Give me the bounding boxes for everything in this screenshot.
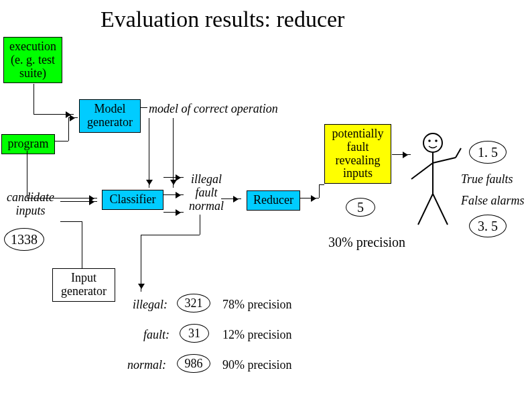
svg-point-1 bbox=[428, 139, 431, 142]
candidate-inputs-label: candidate inputs bbox=[7, 191, 54, 218]
classifier-box: Classifier bbox=[102, 190, 163, 210]
arrow bbox=[163, 212, 184, 213]
precision-label: 30% precision bbox=[328, 235, 405, 249]
connector bbox=[60, 221, 82, 222]
connector bbox=[141, 235, 200, 235]
svg-line-4 bbox=[411, 163, 433, 179]
true-faults-count-ellipse: 1. 5 bbox=[469, 141, 507, 164]
input-generator-box: Input generator bbox=[52, 268, 115, 302]
candidate-count-ellipse: 1338 bbox=[4, 228, 44, 251]
false-alarms-label: False alarms bbox=[461, 194, 525, 208]
arrow bbox=[163, 177, 184, 178]
svg-line-5 bbox=[433, 158, 456, 163]
stick-figure-icon bbox=[409, 131, 464, 231]
row-illegal-precision: 78% precision bbox=[222, 298, 291, 312]
connector bbox=[27, 151, 27, 198]
connector bbox=[82, 221, 82, 268]
arrow bbox=[60, 201, 97, 202]
reducer-output-count-ellipse: 5 bbox=[346, 198, 375, 217]
svg-point-2 bbox=[435, 139, 438, 142]
arrow bbox=[141, 235, 141, 292]
execution-box: execution (e. g. test suite) bbox=[3, 37, 62, 83]
svg-line-8 bbox=[433, 194, 448, 225]
svg-point-0 bbox=[423, 133, 442, 152]
arrow bbox=[27, 198, 97, 198]
program-box: program bbox=[1, 134, 55, 154]
potentially-fault-revealing-inputs-box: potentially fault revealing inputs bbox=[324, 124, 391, 184]
arrow bbox=[392, 154, 411, 155]
connector bbox=[68, 117, 69, 141]
row-fault-precision: 12% precision bbox=[222, 329, 291, 342]
row-normal-precision: 90% precision bbox=[222, 359, 291, 372]
false-alarms-count-ellipse: 3. 5 bbox=[469, 215, 507, 237]
row-illegal-count-ellipse: 321 bbox=[177, 294, 210, 312]
connector bbox=[141, 107, 147, 108]
true-faults-label: True faults bbox=[461, 173, 513, 186]
svg-line-6 bbox=[456, 148, 461, 158]
page-title: Evaluation results: reducer bbox=[101, 7, 344, 32]
row-illegal-label: illegal: bbox=[133, 298, 168, 312]
reducer-box: Reducer bbox=[247, 190, 300, 211]
arrow bbox=[34, 114, 74, 115]
connector bbox=[34, 84, 34, 114]
row-fault-label: fault: bbox=[143, 329, 170, 342]
svg-line-7 bbox=[418, 194, 433, 225]
model-generator-box: Model generator bbox=[79, 99, 141, 133]
arrow bbox=[68, 117, 78, 118]
connector bbox=[319, 184, 320, 198]
arrow bbox=[149, 118, 149, 188]
connector bbox=[319, 184, 324, 185]
model-of-correct-operation-label: model of correct operation bbox=[149, 103, 278, 116]
row-normal-label: normal: bbox=[127, 359, 166, 372]
arrow bbox=[163, 194, 184, 195]
classifier-output-labels: illegal fault normal bbox=[189, 173, 224, 213]
arrow bbox=[300, 198, 319, 198]
row-normal-count-ellipse: 986 bbox=[177, 354, 210, 373]
arrow bbox=[221, 198, 241, 199]
connector bbox=[200, 215, 200, 235]
connector bbox=[55, 141, 68, 141]
row-fault-count-ellipse: 31 bbox=[180, 324, 209, 343]
